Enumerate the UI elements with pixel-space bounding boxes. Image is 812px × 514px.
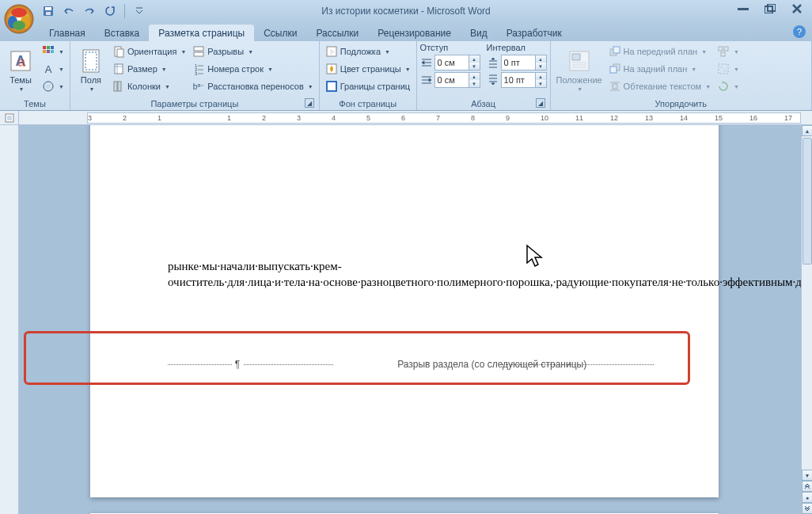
group-label-themes: Темы (3, 97, 66, 110)
vertical-ruler[interactable] (0, 125, 19, 514)
scroll-up-button[interactable]: ▲ (802, 125, 812, 136)
qat-more-button[interactable] (131, 2, 148, 20)
indent-left-input[interactable]: 0 см▲▼ (434, 55, 480, 70)
spin-down[interactable]: ▼ (535, 80, 546, 87)
bring-front-button[interactable]: На передний план▼ (606, 43, 713, 60)
page-borders-button[interactable]: Границы страниц (323, 78, 413, 95)
group-arrange: Положение ▼ На передний план▼ На задний … (551, 41, 812, 110)
indent-right-input[interactable]: 0 см▲▼ (434, 72, 480, 88)
columns-button[interactable]: Колонки▼ (110, 78, 188, 95)
tab-developer[interactable]: Разработчик (497, 25, 571, 41)
svg-rect-30 (114, 82, 117, 91)
indent-left-icon (420, 56, 433, 69)
themes-button[interactable]: Aa Темы ▼ (3, 43, 38, 97)
group-themes: Aa Темы ▼ ▼ A▼ ▼ Темы (0, 41, 70, 110)
svg-rect-64 (7, 116, 12, 120)
spin-up[interactable]: ▲ (535, 73, 546, 80)
undo-button[interactable] (60, 2, 78, 20)
paragraph-launcher[interactable]: ◢ (536, 98, 545, 108)
horizontal-ruler[interactable]: 3211234567891011121314151617 (87, 112, 801, 124)
page-color-button[interactable]: Цвет страницы▼ (323, 60, 413, 78)
mouse-cursor (526, 244, 544, 269)
ruler-row: 3211234567891011121314151617 (0, 111, 812, 125)
spin-up[interactable]: ▲ (469, 73, 480, 80)
page-container[interactable]: рынке·мы·начали·выпускать·крем-очистител… (19, 125, 801, 514)
window-controls (733, 2, 807, 16)
theme-effects-button[interactable]: ▼ (40, 78, 66, 95)
tab-references[interactable]: Ссылки (254, 25, 306, 41)
spin-down[interactable]: ▼ (469, 63, 480, 70)
size-button[interactable]: Размер▼ (110, 60, 188, 78)
line-numbers-button[interactable]: 123Номера строк▼ (190, 60, 315, 78)
qat-separator (124, 4, 125, 18)
spin-down[interactable]: ▼ (469, 80, 480, 87)
text-wrap-button[interactable]: Обтекание текстом▼ (606, 78, 713, 95)
svg-rect-53 (610, 67, 617, 73)
breaks-button[interactable]: Разрывы▼ (190, 43, 315, 60)
svg-rect-33 (194, 52, 203, 56)
spin-up[interactable]: ▲ (469, 55, 480, 63)
scroll-thumb[interactable] (803, 138, 812, 265)
theme-colors-button[interactable]: ▼ (40, 43, 66, 60)
save-button[interactable] (40, 2, 57, 20)
group-label-paragraph: Абзац◢ (420, 97, 547, 110)
tab-insert[interactable]: Вставка (95, 25, 150, 41)
tab-view[interactable]: Вид (461, 25, 497, 41)
ribbon: Aa Темы ▼ ▼ A▼ ▼ Темы Поля ▼ Ориентация▼… (0, 41, 812, 111)
page-setup-launcher[interactable]: ◢ (305, 98, 314, 108)
svg-rect-16 (43, 46, 46, 49)
watermark-button[interactable]: AПодложка▼ (323, 43, 413, 60)
group-button[interactable]: ▼ (715, 60, 742, 78)
align-button[interactable]: ▼ (715, 43, 742, 60)
browse-object-button[interactable]: ● (802, 492, 812, 503)
repeat-button[interactable] (101, 2, 119, 20)
spin-down[interactable]: ▼ (535, 63, 546, 70)
space-after-input[interactable]: 10 пт▲▼ (501, 72, 547, 88)
svg-text:a: a (17, 54, 26, 70)
group-label-page-setup: Параметры страницы◢ (74, 97, 316, 110)
spin-up[interactable]: ▲ (535, 55, 546, 63)
svg-rect-44 (327, 82, 336, 91)
space-before-input[interactable]: 0 пт▲▼ (501, 55, 547, 70)
prev-page-button[interactable] (802, 481, 812, 492)
svg-rect-17 (47, 46, 50, 49)
theme-fonts-button[interactable]: A▼ (40, 60, 66, 78)
margins-button[interactable]: Поля ▼ (74, 43, 108, 97)
close-button[interactable] (787, 2, 807, 16)
ruler-corner[interactable] (0, 111, 19, 125)
minimize-button[interactable] (733, 2, 753, 16)
tab-mailings[interactable]: Рассылки (306, 25, 368, 41)
send-back-button[interactable]: На задний план▼ (606, 60, 713, 78)
redo-button[interactable] (81, 2, 98, 20)
position-button[interactable]: Положение ▼ (554, 43, 605, 97)
ribbon-tabs: Главная Вставка Разметка страницы Ссылки… (0, 22, 812, 41)
vertical-scrollbar[interactable]: ▲ ▼ ● (801, 125, 812, 514)
next-page-button[interactable] (802, 503, 812, 514)
svg-rect-58 (724, 47, 728, 51)
document-area: рынке·мы·начали·выпускать·крем-очистител… (0, 125, 801, 514)
svg-rect-18 (51, 46, 54, 49)
svg-rect-21 (51, 50, 54, 53)
quick-access-toolbar (40, 2, 148, 20)
hyphenation-button[interactable]: bª⁻Расстановка переносов▼ (190, 78, 315, 95)
svg-text:3: 3 (195, 71, 198, 75)
space-after-icon (487, 74, 499, 86)
svg-text:A: A (45, 63, 52, 75)
paragraph-1[interactable]: рынке·мы·начали·выпускать·крем-очистител… (168, 258, 654, 291)
tab-page-layout[interactable]: Разметка страницы (149, 25, 254, 41)
svg-rect-51 (613, 47, 620, 53)
scroll-down-button[interactable]: ▼ (802, 470, 812, 481)
margins-label: Поля (81, 75, 101, 85)
orientation-button[interactable]: Ориентация▼ (110, 43, 188, 60)
office-button[interactable] (3, 3, 35, 35)
rotate-button[interactable]: ▼ (715, 78, 742, 95)
tab-home[interactable]: Главная (40, 25, 95, 41)
svg-text:bª⁻: bª⁻ (193, 82, 204, 91)
maximize-button[interactable] (760, 2, 780, 16)
group-page-background: AПодложка▼ Цвет страницы▼ Границы страни… (320, 41, 417, 110)
svg-rect-57 (719, 47, 723, 51)
tab-review[interactable]: Рецензирование (368, 25, 461, 41)
help-button[interactable]: ? (793, 25, 806, 38)
svg-rect-20 (47, 50, 50, 53)
group-page-setup: Поля ▼ Ориентация▼ Размер▼ Колонки▼ Разр… (70, 41, 320, 110)
